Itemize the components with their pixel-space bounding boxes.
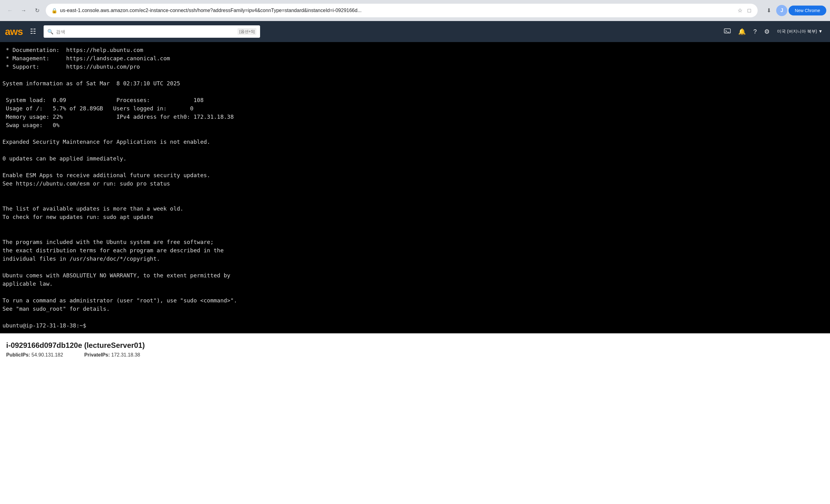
info-panel: i-0929166d097db120e (lectureServer01) Pu… bbox=[0, 333, 830, 365]
search-box[interactable]: 🔍 [옵션+S] bbox=[43, 25, 260, 38]
search-shortcut: [옵션+S] bbox=[237, 28, 257, 35]
extensions-button[interactable]: □ bbox=[746, 6, 752, 15]
terminal-output: * Documentation: https://help.ubuntu.com… bbox=[2, 46, 828, 329]
url-text: us-east-1.console.aws.amazon.com/ec2-ins… bbox=[60, 8, 734, 13]
terminal[interactable]: * Documentation: https://help.ubuntu.com… bbox=[0, 42, 830, 333]
search-icon: 🔍 bbox=[47, 29, 54, 35]
services-grid-button[interactable]: ☷ bbox=[28, 26, 39, 37]
public-ip-label: PublicIPs: bbox=[6, 352, 30, 357]
help-button[interactable]: ? bbox=[751, 27, 759, 36]
aws-nav-actions: 🔔 ? ⚙ 미국 (버지니아 북부) ▼ bbox=[722, 26, 825, 37]
public-ip: PublicIPs: 54.90.131.182 bbox=[6, 352, 74, 357]
region-selector[interactable]: 미국 (버지니아 북부) ▼ bbox=[775, 28, 825, 36]
browser-titlebar: ← → ↻ 🔒 us-east-1.console.aws.amazon.com… bbox=[0, 0, 830, 21]
instance-ips: PublicIPs: 54.90.131.182 PrivateIPs: 172… bbox=[6, 352, 824, 358]
nav-buttons: ← → ↻ bbox=[4, 4, 43, 17]
settings-button[interactable]: ⚙ bbox=[762, 27, 772, 36]
download-button[interactable]: ⬇ bbox=[763, 4, 775, 17]
aws-logo[interactable]: aws bbox=[5, 27, 23, 36]
private-ip-value: 172.31.18.38 bbox=[111, 352, 140, 357]
public-ip-value: 54.90.131.182 bbox=[32, 352, 63, 357]
back-button[interactable]: ← bbox=[4, 4, 16, 17]
search-input[interactable] bbox=[56, 29, 235, 34]
new-chrome-button[interactable]: New Chrome bbox=[789, 6, 826, 15]
forward-button[interactable]: → bbox=[17, 4, 30, 17]
cloudshell-button[interactable] bbox=[722, 26, 733, 37]
browser-actions: ⬇ J New Chrome bbox=[763, 4, 826, 17]
bookmark-button[interactable]: ☆ bbox=[736, 6, 744, 15]
private-ip-label: PrivateIPs: bbox=[85, 352, 110, 357]
address-bar[interactable]: 🔒 us-east-1.console.aws.amazon.com/ec2-i… bbox=[46, 4, 758, 17]
notifications-button[interactable]: 🔔 bbox=[736, 27, 748, 36]
profile-button[interactable]: J bbox=[776, 5, 787, 16]
instance-title: i-0929166d097db120e (lectureServer01) bbox=[6, 341, 824, 350]
security-icon: 🔒 bbox=[51, 8, 58, 13]
private-ip: PrivateIPs: 172.31.18.38 bbox=[85, 352, 150, 357]
aws-navbar: aws ☷ 🔍 [옵션+S] 🔔 ? ⚙ 미국 (버지니아 북부) ▼ bbox=[0, 21, 830, 42]
svg-rect-0 bbox=[724, 29, 730, 33]
reload-button[interactable]: ↻ bbox=[31, 4, 43, 17]
